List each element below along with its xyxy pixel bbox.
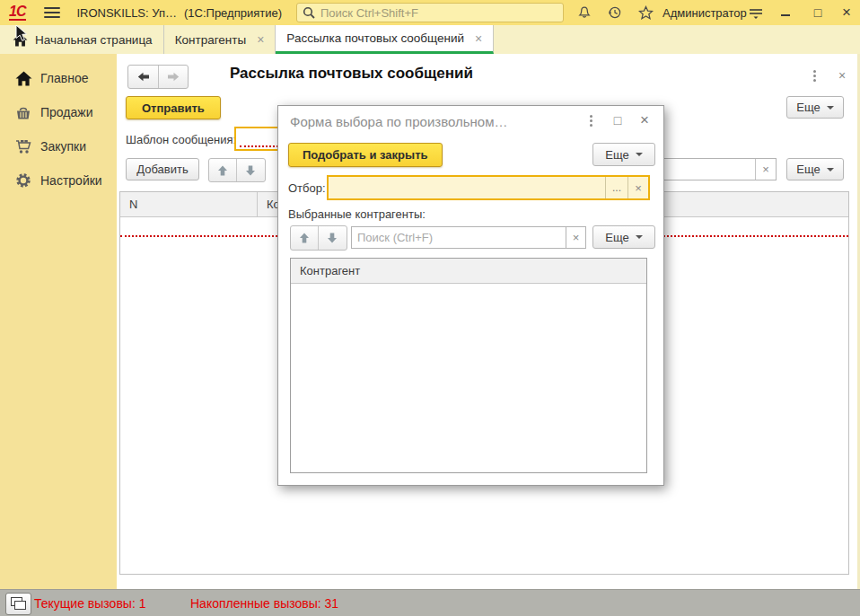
column-header-contractor[interactable]: Контрагент [291, 259, 646, 283]
tab-contractors[interactable]: Контрагенты × [164, 25, 276, 54]
close-tab-icon[interactable]: × [257, 32, 264, 47]
clear-search-icon[interactable]: × [755, 159, 776, 180]
sidebar-item-main[interactable]: Главное [0, 65, 117, 92]
page-title: Рассылка почтовых сообщений [230, 65, 473, 83]
move-down-icon[interactable] [236, 159, 264, 181]
gear-icon [14, 172, 32, 189]
back-button[interactable] [128, 66, 158, 88]
column-header-n[interactable]: N [120, 192, 258, 216]
sidebar-item-label: Продажи [40, 105, 92, 119]
section-sidebar: Главное Продажи Закупки Настройки [0, 54, 117, 589]
browse-ellipsis-button[interactable]: ... [605, 177, 627, 198]
tab-label: Начальная страница [35, 33, 153, 47]
close-tab-icon[interactable]: × [475, 31, 482, 46]
chevron-down-icon [636, 235, 643, 239]
app-title: IRONSKILLS: Уп… [76, 6, 177, 20]
favorites-star-icon[interactable] [634, 0, 657, 25]
dialog-list-more-button[interactable]: Еще [592, 225, 655, 249]
dialog-title: Форма выбора по произвольном… [290, 114, 507, 129]
dialog-more-button[interactable]: Еще [592, 143, 655, 166]
home-icon [14, 71, 32, 86]
performance-indicators-icon[interactable] [5, 593, 31, 615]
close-window-button[interactable]: × [835, 0, 858, 25]
notifications-bell-icon[interactable] [573, 0, 596, 25]
selection-dialog: Форма выбора по произвольном… □ × Подобр… [277, 105, 664, 486]
tab-label: Контрагенты [175, 33, 247, 47]
tab-mail-distribution[interactable]: Рассылка почтовых сообщений × [276, 25, 494, 54]
dialog-search-field[interactable] [351, 226, 566, 249]
dialog-search-input[interactable] [352, 231, 566, 244]
dialog-clear-search-button[interactable]: × [566, 226, 586, 249]
form-more-button[interactable]: Еще [786, 96, 844, 119]
chevron-down-icon [827, 168, 834, 172]
forward-button[interactable] [158, 66, 188, 88]
maximize-button[interactable]: □ [806, 0, 829, 25]
sidebar-item-label: Главное [40, 71, 89, 85]
current-calls-counter: Текущие вызовы: 1 [34, 590, 145, 616]
move-down-icon[interactable] [318, 226, 346, 250]
sidebar-item-sales[interactable]: Продажи [0, 99, 117, 126]
table-header: Контрагент [291, 259, 646, 284]
form-more-actions-icon[interactable] [813, 70, 816, 82]
dialog-close-icon[interactable]: × [634, 106, 655, 135]
cart-icon [14, 139, 32, 154]
sidebar-item-settings[interactable]: Настройки [0, 167, 117, 194]
tab-home-page[interactable]: Начальная страница [0, 25, 164, 54]
send-button[interactable]: Отправить [126, 96, 221, 119]
selected-contractors-label: Выбранные контрагенты: [288, 207, 426, 221]
history-icon[interactable] [603, 0, 627, 25]
move-up-icon[interactable] [291, 226, 318, 250]
main-menu-icon[interactable] [44, 7, 60, 18]
current-user[interactable]: Администратор [663, 0, 747, 25]
dialog-move-buttons [290, 225, 347, 251]
tab-bar: Начальная страница Контрагенты × Рассылк… [0, 25, 860, 54]
filter-label: Отбор: [288, 181, 326, 195]
selected-contractors-table[interactable]: Контрагент [290, 258, 647, 473]
list-more-button[interactable]: Еще [786, 158, 844, 180]
template-label: Шаблон сообщения: [126, 133, 236, 146]
move-buttons [208, 158, 266, 182]
minimize-button[interactable] [774, 0, 797, 25]
app-window: 1С IRONSKILLS: Уп… (1С:Предприятие) Адми… [0, 0, 860, 616]
sidebar-item-purchases[interactable]: Закупки [0, 133, 117, 160]
global-search-field[interactable] [296, 3, 564, 22]
1c-logo-icon: 1С [9, 4, 26, 21]
search-icon [303, 6, 315, 19]
navigation-buttons [127, 65, 189, 89]
filter-input[interactable] [329, 180, 605, 196]
tab-label: Рассылка почтовых сообщений [286, 31, 464, 45]
sidebar-item-label: Закупки [40, 139, 86, 154]
clear-filter-icon[interactable]: × [627, 177, 648, 198]
dialog-more-actions-icon[interactable] [580, 106, 601, 135]
service-menu-icon[interactable] [743, 0, 768, 25]
global-search-input[interactable] [319, 5, 563, 21]
add-button[interactable]: Добавить [126, 158, 199, 180]
status-bar: Текущие вызовы: 1 Накопленные вызовы: 31 [0, 589, 860, 616]
chevron-down-icon [827, 106, 834, 110]
basket-icon [14, 105, 32, 120]
pick-and-close-button[interactable]: Подобрать и закрыть [288, 143, 443, 167]
filter-field[interactable]: ... × [327, 175, 650, 200]
home-icon [13, 33, 28, 47]
dialog-maximize-icon[interactable]: □ [607, 106, 628, 135]
sidebar-item-label: Настройки [40, 173, 102, 188]
move-up-icon[interactable] [209, 159, 236, 181]
app-product-name: (1С:Предприятие) [184, 6, 282, 20]
chevron-down-icon [636, 153, 643, 156]
close-form-icon[interactable]: × [838, 68, 846, 83]
accumulated-calls-counter: Накопленные вызовы: 31 [190, 590, 338, 616]
